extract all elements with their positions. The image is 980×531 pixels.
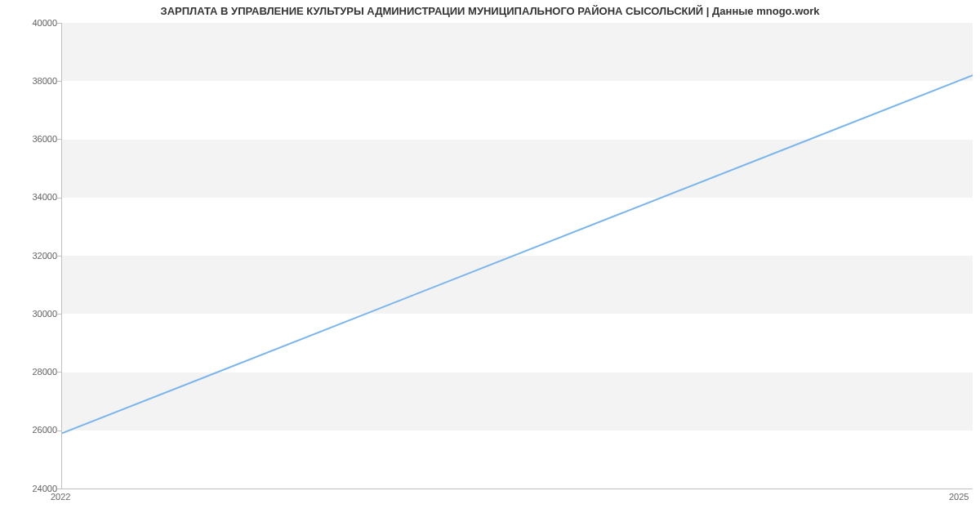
chart-line-svg: [62, 23, 973, 489]
series-line: [62, 75, 973, 433]
x-tick-label: 2025: [949, 492, 969, 502]
x-tick-label: 2022: [51, 492, 70, 502]
y-tick-label: 26000: [8, 425, 57, 435]
y-tick-label: 28000: [8, 367, 57, 377]
chart-title: ЗАРПЛАТА В УПРАВЛЕНИЕ КУЛЬТУРЫ АДМИНИСТР…: [0, 5, 980, 17]
y-tick-label: 38000: [8, 76, 57, 86]
y-tick-label: 34000: [8, 192, 57, 202]
plot-area: [61, 23, 973, 489]
y-tick-label: 36000: [8, 134, 57, 144]
y-tick-label: 32000: [8, 251, 57, 261]
chart-container: ЗАРПЛАТА В УПРАВЛЕНИЕ КУЛЬТУРЫ АДМИНИСТР…: [0, 0, 980, 531]
y-tick-label: 24000: [8, 484, 57, 493]
y-tick-label: 40000: [8, 18, 57, 28]
y-tick-label: 30000: [8, 309, 57, 319]
